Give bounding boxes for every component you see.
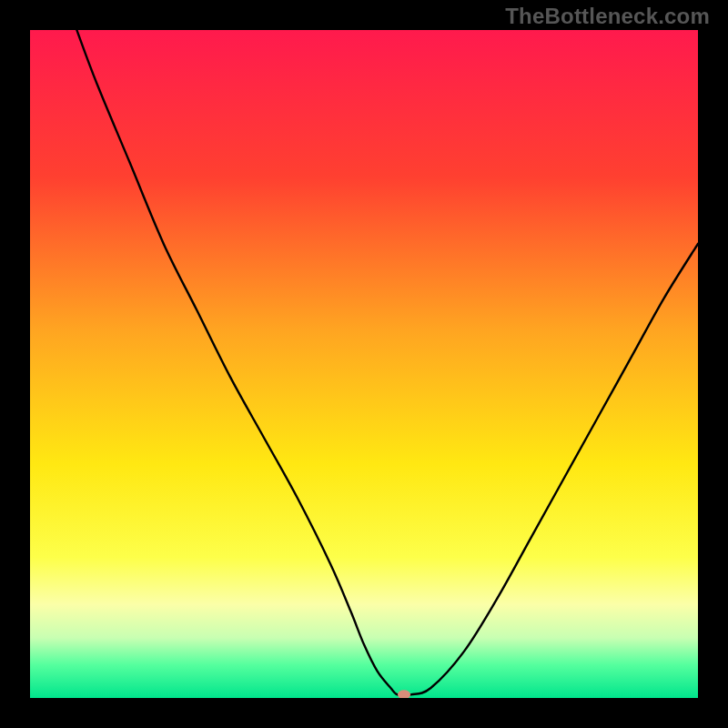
plot-area: [30, 30, 698, 698]
chart-frame: TheBottleneck.com: [0, 0, 728, 728]
curve-layer: [30, 30, 698, 698]
watermark-text: TheBottleneck.com: [505, 4, 710, 29]
marker-dot: [398, 690, 410, 698]
bottleneck-curve: [76, 30, 698, 695]
